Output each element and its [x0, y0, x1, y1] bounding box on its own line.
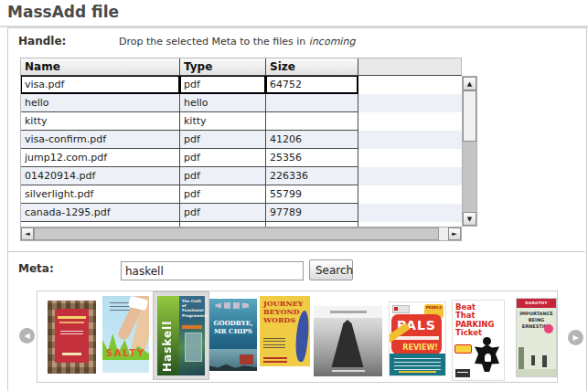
- vertical-scrollbar-thumb[interactable]: [463, 90, 476, 142]
- cell-name[interactable]: silverlight.pdf: [21, 185, 180, 204]
- scroll-right-icon[interactable]: ►: [448, 227, 461, 240]
- red-cover-panel: [55, 309, 89, 363]
- cell-size[interactable]: 41206: [266, 131, 358, 149]
- vertical-scrollbar[interactable]: ▲ ▼: [462, 76, 477, 227]
- book-thumbnail-ernestine[interactable]: DOROTHY CANNELL IMPORTANCE BEING ERNESTI…: [516, 298, 557, 377]
- handle-label: Handle:: [18, 35, 66, 48]
- table-row[interactable]: canada-1295.pdf pdf 97789: [21, 204, 462, 222]
- author-banner: DOROTHY CANNELL: [517, 299, 556, 308]
- row-filler: [358, 167, 462, 185]
- cell-name[interactable]: hello: [21, 94, 180, 112]
- row-filler: [358, 149, 462, 167]
- cell-size[interactable]: 97789: [266, 204, 358, 222]
- cell-name[interactable]: 01420914.pdf: [21, 167, 180, 185]
- cell-size[interactable]: 55799: [266, 185, 358, 204]
- book-title: SALTY: [102, 348, 149, 358]
- table-row[interactable]: kitty kitty: [21, 112, 462, 131]
- files-table-header: Name Type Size: [20, 58, 462, 76]
- haskell-cover: Haskell The Craft of Functional Programm…: [157, 296, 205, 375]
- cell-type[interactable]: pdf: [180, 204, 266, 222]
- table-row[interactable]: 01420914.pdf pdf 226336: [21, 167, 462, 185]
- row-filler: [358, 112, 462, 131]
- cell-size[interactable]: [266, 94, 358, 112]
- row-filler: [358, 76, 462, 94]
- book-thumbnail-salty[interactable]: SALTY: [102, 296, 149, 373]
- page-title: MassAdd file: [7, 3, 119, 21]
- meta-label: Meta:: [18, 262, 54, 275]
- column-header-name[interactable]: Name: [21, 58, 180, 75]
- cell-name[interactable]: visa.pdf: [21, 76, 180, 94]
- column-header-empty: [358, 58, 461, 75]
- book-thumbnail-goodbye-mr-chips[interactable]: GOODBYE, MR CHIPS: [209, 299, 257, 371]
- section-separator: [7, 251, 585, 252]
- row-filler: [358, 204, 462, 222]
- blue-figure: [294, 310, 310, 362]
- cell-type[interactable]: pdf: [180, 131, 266, 149]
- cell-name[interactable]: kitty: [21, 112, 180, 131]
- cell-size[interactable]: 226336: [266, 167, 358, 185]
- book-thumbnail-journey-beyond-words[interactable]: JOURNEY BEYOND WORDS: [260, 296, 310, 366]
- table-row[interactable]: visa-confirm.pdf pdf 41206: [21, 131, 462, 149]
- table-row[interactable]: hello hello: [21, 94, 462, 112]
- handle-drop-instruction: Drop the selected Meta to the files in i…: [119, 36, 355, 48]
- cell-name[interactable]: jump12.com.pdf: [21, 149, 180, 167]
- cell-name[interactable]: visa-confirm.pdf: [21, 131, 180, 149]
- horizontal-scrollbar[interactable]: ◄ ►: [20, 227, 462, 241]
- massadd-window: MassAdd file Handle: Drop the selected M…: [0, 0, 588, 391]
- book-thumbnail-red-collage[interactable]: [48, 301, 96, 374]
- book-title: JOURNEY BEYOND WORDS: [263, 300, 294, 325]
- book-thumbnail-parking-ticket[interactable]: Beat That PARKING Ticket: [452, 300, 505, 381]
- book-title: Beat That PARKING Ticket: [455, 303, 490, 337]
- table-row[interactable]: silverlight.pdf pdf 55799: [21, 185, 462, 204]
- book-thumbnail-bw-photo[interactable]: [314, 306, 382, 376]
- handle-instruction-emphasis: incoming: [309, 36, 356, 48]
- cell-size[interactable]: 64752: [266, 76, 358, 94]
- scroll-left-icon[interactable]: ◄: [21, 227, 34, 240]
- handle-instruction-text: Drop the selected Meta to the files in: [119, 36, 305, 48]
- cell-type[interactable]: pdf: [180, 76, 266, 94]
- cell-size[interactable]: [266, 112, 358, 131]
- cell-type[interactable]: pdf: [180, 149, 266, 167]
- author-text-decoration: [110, 301, 130, 311]
- scroll-down-icon[interactable]: ▼: [463, 212, 476, 226]
- book-title: GOODBYE, MR CHIPS: [211, 319, 255, 336]
- files-table-body: visa.pdf pdf 64752 hello hello kitty kit…: [20, 76, 462, 227]
- scroll-up-icon[interactable]: ▲: [463, 77, 476, 90]
- table-row[interactable]: jump12.com.pdf pdf 25356: [21, 149, 462, 167]
- publisher-logo: [392, 305, 410, 313]
- row-filler: [358, 131, 462, 149]
- book-thumbnail-pals-review[interactable]: PEARLS PALS REVIEW!: [389, 301, 446, 376]
- column-header-size[interactable]: Size: [266, 58, 358, 75]
- monolith-photo: [326, 320, 369, 367]
- carousel-prev-icon[interactable]: ◀: [19, 328, 35, 343]
- cell-type[interactable]: pdf: [180, 167, 266, 185]
- column-header-type[interactable]: Type: [180, 58, 266, 75]
- book-subtitle: The Craft of Functional Programming: [182, 299, 204, 318]
- book-thumbnail-haskell-selected[interactable]: Haskell The Craft of Functional Programm…: [153, 291, 209, 380]
- book-subtitle: REVIEW!: [402, 343, 438, 352]
- meta-search-input[interactable]: [121, 261, 304, 280]
- cell-type[interactable]: kitty: [180, 112, 266, 131]
- horizontal-scrollbar-thumb[interactable]: [34, 227, 439, 240]
- book-title: Haskell: [161, 300, 177, 372]
- cell-name[interactable]: canada-1295.pdf: [21, 204, 180, 222]
- table-row[interactable]: visa.pdf pdf 64752: [21, 76, 462, 94]
- cell-type[interactable]: pdf: [180, 185, 266, 204]
- cartoon-figure: [483, 337, 491, 345]
- cell-size[interactable]: 25356: [266, 149, 358, 167]
- search-button[interactable]: Search: [309, 259, 353, 280]
- cell-type[interactable]: hello: [180, 94, 266, 112]
- carousel-next-icon[interactable]: ▶: [568, 330, 583, 345]
- row-filler: [358, 185, 462, 204]
- book-carousel: SALTY Haskell The Craft of Functional Pr…: [37, 291, 558, 383]
- row-filler: [358, 94, 462, 112]
- author-script-decoration: [215, 302, 251, 309]
